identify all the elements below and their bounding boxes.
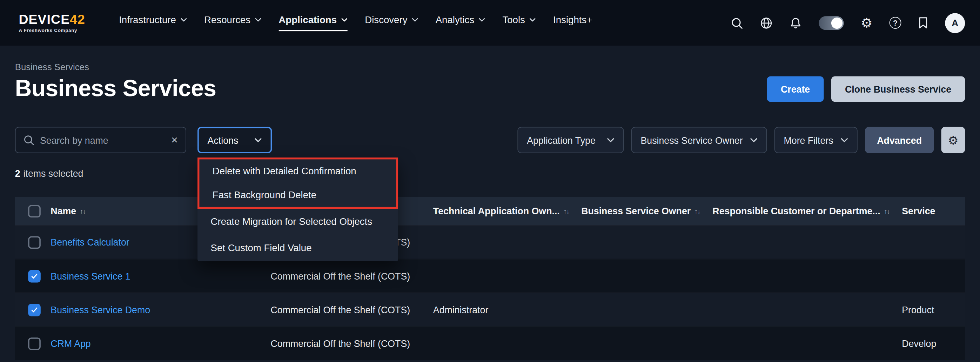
navbar-icons: ⚙ ? A <box>730 13 965 33</box>
type-cell: Commercial Off the Shelf (COTS) <box>271 271 410 281</box>
business-service-link[interactable]: CRM App <box>51 338 91 349</box>
logo[interactable]: DEVICE42 A Freshworks Company <box>19 13 85 33</box>
row-menu-icon[interactable]: ⋮ <box>952 336 956 351</box>
business-services-table: Name↑↓ Technical Application Own...↑↓ Bu… <box>15 197 965 360</box>
bookmark-icon[interactable] <box>918 17 928 29</box>
nav-item-discovery[interactable]: Discovery <box>356 0 426 46</box>
chevron-down-icon <box>255 18 261 22</box>
nav-item-analytics[interactable]: Analytics <box>427 0 494 46</box>
sort-icon[interactable]: ↑↓ <box>563 207 569 215</box>
app-window: DEVICE42 A Freshworks Company Infrastruc… <box>0 0 980 362</box>
filter-toolbar: ✕ Actions Application Type Business Serv… <box>15 127 965 153</box>
right-filters: Application Type Business Service Owner … <box>517 127 965 153</box>
row-menu-icon[interactable]: ⋮ <box>952 269 956 283</box>
brand-tagline: A Freshworks Company <box>19 29 85 33</box>
main-content: Business Services Business Services Crea… <box>0 46 980 360</box>
top-navbar: DEVICE42 A Freshworks Company Infrastruc… <box>0 0 980 46</box>
nav-item-label: Tools <box>502 14 525 26</box>
clone-business-service-button[interactable]: Clone Business Service <box>831 76 965 102</box>
application-type-filter[interactable]: Application Type <box>517 127 624 153</box>
chevron-down-icon <box>254 138 262 142</box>
filter-label: More Filters <box>784 135 834 145</box>
nav-item-resources[interactable]: Resources <box>196 0 270 46</box>
service-cell: Develop <box>902 338 936 349</box>
nav-item-label: Applications <box>278 14 337 26</box>
chevron-down-icon <box>180 18 186 22</box>
logo-text: DEVICE42 <box>19 13 85 26</box>
selection-label: items selected <box>24 168 83 179</box>
nav-item-label: Resources <box>204 14 250 26</box>
column-header-technical-owner[interactable]: Technical Application Own...↑↓ <box>433 197 581 225</box>
theme-toggle[interactable] <box>819 16 844 29</box>
nav-item-label: Analytics <box>436 14 474 26</box>
filter-label: Application Type <box>527 135 596 145</box>
sort-icon[interactable]: ↑↓ <box>884 207 889 215</box>
globe-icon[interactable] <box>760 16 773 29</box>
search-input[interactable] <box>40 135 165 145</box>
business-service-link[interactable]: Benefits Calculator <box>51 237 129 247</box>
question-mark: ? <box>889 17 901 29</box>
nav-item-insights[interactable]: Insights+ <box>544 0 601 46</box>
brand-text: DEVICE <box>19 12 70 26</box>
business-service-link[interactable]: Business Service Demo <box>51 305 150 315</box>
clear-search-icon[interactable]: ✕ <box>171 135 178 145</box>
search-icon[interactable] <box>730 16 743 29</box>
select-all-checkbox[interactable] <box>28 205 41 217</box>
chevron-down-icon <box>841 138 848 142</box>
type-cell: Commercial Off the Shelf (COTS) <box>271 338 410 349</box>
row-checkbox[interactable] <box>28 270 41 282</box>
nav-item-applications[interactable]: Applications <box>270 0 356 46</box>
header-actions: Create Clone Business Service <box>767 76 965 102</box>
menu-item-create-migration[interactable]: Create Migration for Selected Objects <box>197 209 398 235</box>
table-header-row: Name↑↓ Technical Application Own...↑↓ Bu… <box>15 197 965 225</box>
menu-item-fast-background-delete[interactable]: Fast Background Delete <box>199 183 396 207</box>
table-row: CRM App Commercial Off the Shelf (COTS) … <box>15 326 965 360</box>
nav-item-infrastructure[interactable]: Infrastructure <box>110 0 196 46</box>
column-header-business-service-owner[interactable]: Business Service Owner↑↓ <box>581 197 713 225</box>
actions-menu: Delete with Detailed Confirmation Fast B… <box>197 158 398 262</box>
actions-button-label: Actions <box>208 135 239 145</box>
table-row: Business Service Demo Commercial Off the… <box>15 293 965 326</box>
row-checkbox[interactable] <box>28 337 41 350</box>
more-filters-button[interactable]: More Filters <box>775 127 858 153</box>
business-service-link[interactable]: Business Service 1 <box>51 271 130 281</box>
nav-item-label: Infrastructure <box>119 14 176 26</box>
table-settings-button[interactable]: ⚙ <box>942 127 965 153</box>
column-header-service[interactable]: Service <box>902 197 952 225</box>
chevron-down-icon <box>529 18 536 22</box>
search-input-icon <box>23 134 34 145</box>
search-box: ✕ <box>15 127 186 153</box>
row-menu-icon[interactable]: ⋮ <box>952 235 956 249</box>
row-menu-icon[interactable]: ⋮ <box>952 302 956 317</box>
create-button[interactable]: Create <box>767 76 824 102</box>
chevron-down-icon <box>479 18 485 22</box>
business-service-owner-filter[interactable]: Business Service Owner <box>632 127 767 153</box>
main-nav: Infrastructure Resources Applications Di… <box>110 0 601 46</box>
toggle-knob <box>831 17 843 29</box>
menu-item-delete-with-detailed-confirmation[interactable]: Delete with Detailed Confirmation <box>199 159 396 183</box>
table-row: Benefits Calculator Commercial Off the S… <box>15 225 965 258</box>
filter-label: Business Service Owner <box>641 135 743 145</box>
row-checkbox[interactable] <box>28 303 41 316</box>
technical-owner-cell: Administrator <box>433 305 488 315</box>
gear-icon: ⚙ <box>948 133 958 147</box>
nav-item-label: Discovery <box>365 14 407 26</box>
nav-item-label: Insights+ <box>553 14 592 26</box>
row-checkbox[interactable] <box>28 236 41 249</box>
bell-icon[interactable] <box>789 16 802 29</box>
column-header-responsible[interactable]: Responsible Customer or Departme...↑↓ <box>713 197 902 225</box>
settings-gear-icon[interactable]: ⚙ <box>861 16 873 29</box>
breadcrumb[interactable]: Business Services <box>15 46 89 72</box>
chevron-down-icon <box>341 18 348 22</box>
menu-item-set-custom-field-value[interactable]: Set Custom Field Value <box>197 235 398 262</box>
sort-icon[interactable]: ↑↓ <box>80 207 86 215</box>
chevron-down-icon <box>750 138 757 142</box>
user-avatar[interactable]: A <box>945 13 965 33</box>
menu-highlight-box: Delete with Detailed Confirmation Fast B… <box>197 158 398 209</box>
help-icon[interactable]: ? <box>889 17 901 29</box>
nav-item-tools[interactable]: Tools <box>493 0 544 46</box>
advanced-button[interactable]: Advanced <box>865 127 934 153</box>
page-title: Business Services <box>15 76 216 102</box>
actions-dropdown-button[interactable]: Actions <box>197 127 272 153</box>
sort-icon[interactable]: ↑↓ <box>695 207 700 215</box>
